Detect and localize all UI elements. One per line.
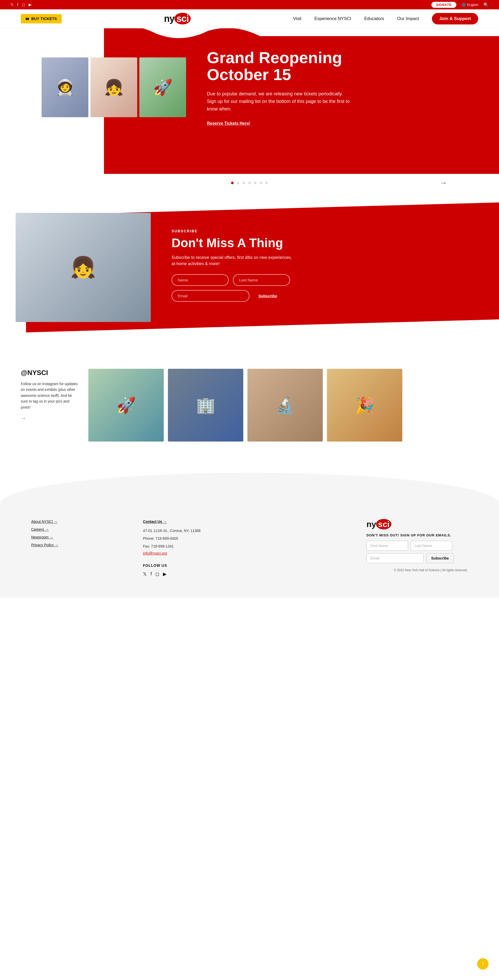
instagram-description: Follow us on Instagram for updates on ev…	[21, 381, 78, 410]
carousel-navigation: →	[0, 174, 499, 195]
subscribe-name-row	[172, 274, 478, 286]
subscribe-email-row: Subscribe	[172, 290, 478, 302]
instagram-info: @NYSCI Follow us on Instagram for update…	[21, 369, 78, 421]
footer-contact-title[interactable]: Contact Us →	[143, 520, 244, 523]
footer-fax: Fax: 718-699-1341	[143, 543, 244, 550]
language-label: English	[467, 3, 478, 7]
logo[interactable]: nysci	[164, 13, 191, 24]
hero-image-astronaut: 🧑‍🚀	[41, 57, 88, 117]
instagram-photo-1[interactable]: 🚀	[88, 369, 164, 442]
carousel-dot-6[interactable]	[260, 181, 262, 184]
hero-image-outdoor: 🚀	[139, 57, 186, 117]
footer-lastname-input[interactable]	[411, 541, 452, 551]
ticket-icon: 🎟	[25, 17, 29, 21]
reserve-tickets-link[interactable]: Reserve Tickets Here!	[207, 121, 250, 126]
footer-youtube-icon[interactable]: ▶	[163, 571, 167, 577]
hero-description: Due to popular demand, we are releasing …	[207, 90, 353, 113]
hero-images: 🧑‍🚀 👧 🚀	[41, 57, 186, 117]
logo-sci: sci	[175, 13, 191, 24]
subscribe-lastname-input[interactable]	[233, 274, 290, 286]
footer-follow-title: FOLLOW US	[143, 563, 244, 568]
subscribe-button[interactable]: Subscribe	[254, 290, 282, 302]
svg-point-0	[0, 473, 499, 504]
footer-privacy-link[interactable]: Privacy Policy →	[31, 543, 132, 547]
buy-tickets-button[interactable]: 🎟 BUY TICKETS	[21, 14, 62, 23]
footer-logo-ny: ny	[367, 520, 376, 529]
footer-newsroom-link[interactable]: Newsroom →	[31, 535, 132, 539]
nav-impact[interactable]: Our Impact	[397, 16, 419, 21]
footer-subscribe-button[interactable]: Subscribe	[426, 553, 454, 563]
subscribe-description: Subscribe to receive special offers, fir…	[172, 255, 296, 267]
nav-visit[interactable]: Visit	[293, 16, 302, 21]
footer-about-link[interactable]: About NYSCI →	[31, 520, 132, 523]
top-bar: 𝕏 f ◻ ▶ DONATE 🌐 English 🔍	[0, 0, 499, 10]
footer-careers-link[interactable]: Careers →	[31, 527, 132, 531]
footer-name-row	[367, 541, 452, 551]
carousel-dot-7[interactable]	[265, 181, 268, 184]
instagram-handle[interactable]: @NYSCI	[21, 369, 78, 377]
nav-links: Visit Experience NYSCI Educators Our Imp…	[293, 13, 478, 24]
footer-columns: About NYSCI → Careers → Newsroom → Priva…	[31, 520, 468, 577]
instagram-photo-2[interactable]: 🏢	[168, 369, 243, 442]
nav-experience[interactable]: Experience NYSCI	[315, 16, 351, 21]
instagram-arrow[interactable]: →	[21, 415, 26, 421]
footer-email-link[interactable]: info@nysci.org	[143, 551, 167, 555]
footer-col-2: Contact Us → 47-01 111th St., Corona, NY…	[143, 520, 244, 577]
subscribe-email-input[interactable]	[172, 290, 249, 302]
carousel-next-arrow[interactable]: →	[440, 179, 447, 187]
instagram-photo-3[interactable]: 🔬	[248, 369, 323, 442]
donate-button[interactable]: DONATE	[431, 2, 456, 8]
facebook-icon-top[interactable]: f	[17, 2, 18, 7]
subscribe-form-area: SUBSCRIBE Don't Miss A Thing Subscribe t…	[151, 213, 499, 322]
footer-copyright: © 2022 New York Hall of Science | All ri…	[367, 568, 468, 572]
footer-logo[interactable]: nysci	[367, 520, 391, 529]
footer-twitter-icon[interactable]: 𝕏	[143, 571, 147, 577]
top-bar-right: DONATE 🌐 English 🔍	[431, 2, 489, 8]
instagram-photo-4[interactable]: 🎉	[327, 369, 402, 442]
globe-icon: 🌐	[462, 3, 466, 7]
subscribe-label: SUBSCRIBE	[172, 229, 478, 233]
carousel-dot-2[interactable]	[237, 181, 239, 184]
footer-instagram-icon[interactable]: ◻	[156, 571, 159, 577]
footer-email-row: Subscribe	[367, 553, 454, 563]
carousel-dot-4[interactable]	[248, 181, 251, 184]
footer-address: 47-01 111th St., Corona, NY, 11368	[143, 528, 244, 534]
footer-facebook-icon[interactable]: f	[151, 571, 152, 577]
logo-ny: ny	[164, 13, 175, 24]
logo-text: nysci	[164, 13, 191, 24]
carousel-dot-5[interactable]	[254, 181, 256, 184]
footer-col-4: nysci DON'T MISS OUT! SIGN UP FOR OUR EM…	[367, 520, 468, 577]
instagram-photos: 🚀 🏢 🔬 🎉	[88, 369, 478, 442]
instagram-icon-top[interactable]: ◻	[22, 2, 25, 7]
buy-tickets-label: BUY TICKETS	[32, 17, 57, 21]
carousel-dot-3[interactable]	[243, 181, 245, 184]
subscribe-title: Don't Miss A Thing	[172, 236, 478, 250]
footer-firstname-input[interactable]	[367, 541, 408, 551]
social-icons-top: 𝕏 f ◻ ▶	[10, 2, 32, 7]
footer-email-input[interactable]	[367, 553, 424, 563]
carousel-dot-1[interactable]	[231, 181, 234, 184]
footer-col-1: About NYSCI → Careers → Newsroom → Priva…	[31, 520, 132, 577]
footer: About NYSCI → Careers → Newsroom → Priva…	[0, 504, 499, 598]
hero-title: Grand Reopening October 15	[207, 49, 353, 83]
hero-text: Grand Reopening October 15 Due to popula…	[207, 49, 353, 126]
twitter-icon-top[interactable]: 𝕏	[10, 2, 14, 7]
search-icon-top[interactable]: 🔍	[483, 2, 489, 7]
footer-logo-sci: sci	[376, 519, 391, 529]
hero-image-child: 👧	[91, 57, 137, 117]
footer-email-signup-title: DON'T MISS OUT! SIGN UP FOR OUR EMAILS.	[367, 533, 451, 537]
subscribe-name-input[interactable]	[172, 274, 229, 286]
header: 🎟 BUY TICKETS nysci Visit Experience NYS…	[0, 10, 499, 28]
footer-phone: Phone: 718-699-0005	[143, 536, 244, 542]
subscribe-section: 👧 SUBSCRIBE Don't Miss A Thing Subscribe…	[0, 202, 499, 332]
footer-col-3	[255, 520, 356, 577]
footer-social-icons: 𝕏 f ◻ ▶	[143, 571, 244, 577]
subscribe-image: 👧	[16, 213, 151, 322]
language-selector[interactable]: 🌐 English	[462, 3, 478, 7]
instagram-section: @NYSCI Follow us on Instagram for update…	[0, 353, 499, 457]
join-support-button[interactable]: Join & Support	[432, 13, 478, 24]
hero-section: 🧑‍🚀 👧 🚀 Grand Reopening October 15 Due t…	[0, 28, 499, 174]
nav-educators[interactable]: Educators	[364, 16, 385, 21]
youtube-icon-top[interactable]: ▶	[29, 2, 32, 7]
